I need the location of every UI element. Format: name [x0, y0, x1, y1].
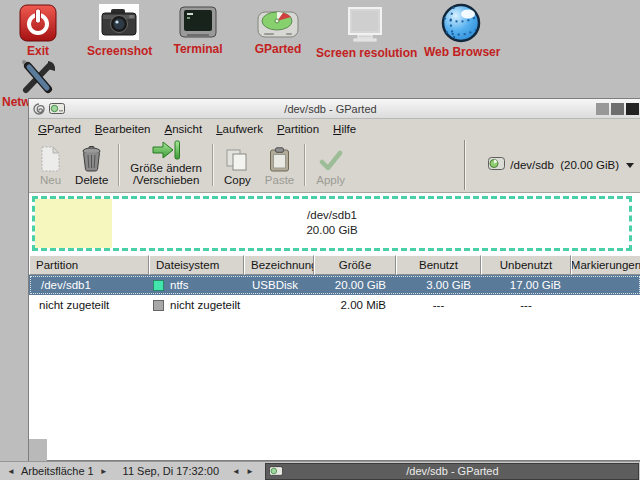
desktop-icon-screen-resolution[interactable]: Screen resolution: [316, 6, 414, 60]
task-button-gparted[interactable]: /dev/sdb - GParted: [265, 463, 639, 480]
app-drive-icon: [49, 102, 65, 115]
menu-gparted[interactable]: GParted: [31, 121, 88, 137]
column-header-groesse[interactable]: Größe: [314, 255, 396, 275]
desktop-icon-web-browser[interactable]: Web Browser: [424, 3, 498, 59]
desktop-icon-label: Terminal: [168, 42, 228, 56]
column-header-markierungen[interactable]: Markierungen: [571, 255, 640, 275]
column-header-partition[interactable]: Partition: [29, 255, 149, 275]
window-next-arrow[interactable]: ►: [243, 467, 257, 476]
resize-move-button[interactable]: Größe ändern /Verschieben: [123, 140, 209, 190]
new-partition-button[interactable]: Neu: [33, 140, 68, 190]
globe-icon: [424, 3, 498, 43]
toolbar-separator: [304, 144, 306, 186]
clipboard-icon: [269, 147, 290, 172]
apply-check-icon: [318, 150, 344, 172]
desktop-icon-screenshot[interactable]: Screenshot: [87, 4, 151, 58]
device-selector[interactable]: /dev/sdb (20.00 GiB): [466, 140, 640, 190]
device-selector-text: /dev/sdb (20.00 GiB): [510, 159, 619, 171]
menu-hilfe[interactable]: Hilfe: [326, 121, 363, 137]
window-menu-spiral-icon[interactable]: [32, 102, 46, 116]
menu-laufwerk[interactable]: Laufwerk: [209, 121, 270, 137]
monitor-icon: [316, 6, 414, 44]
titlebar[interactable]: /dev/sdb - GParted: [29, 99, 640, 119]
menu-partition[interactable]: Partition: [270, 121, 326, 137]
resize-arrow-icon: [151, 140, 181, 160]
desktop-icon-label: Screen resolution: [316, 46, 414, 60]
desktop-icon-label: GParted: [250, 42, 306, 56]
disk-visual-area: /dev/sdb1 20.00 GiB: [29, 193, 640, 255]
column-header-bezeichnung[interactable]: Bezeichnung: [244, 255, 314, 275]
task-button-label: /dev/sdb - GParted: [283, 465, 622, 477]
minimize-button[interactable]: [596, 103, 609, 115]
desktop-icon-network-tools[interactable]: [12, 58, 60, 96]
desktop-icon-terminal[interactable]: Terminal: [168, 6, 228, 56]
column-header-unbenutzt[interactable]: Unbenutzt: [481, 255, 571, 275]
window-title: /dev/sdb - GParted: [65, 103, 596, 115]
power-icon: [14, 4, 62, 42]
partition-visual-label: /dev/sdb1 20.00 GiB: [35, 208, 629, 239]
chevron-down-icon: [626, 163, 634, 168]
desktop-icon-gparted[interactable]: GParted: [250, 6, 306, 56]
table-row-sdb1[interactable]: /dev/sdb1 ntfs USBDisk 20.00 GiB 3.00 Gi…: [29, 275, 640, 295]
table-header-row: Partition Dateisystem Bezeichnung Größe …: [29, 255, 640, 275]
apply-button[interactable]: Apply: [309, 140, 352, 190]
drive-icon: [488, 156, 505, 175]
desktop-icon-label: Netw: [2, 95, 31, 109]
camera-icon: [87, 4, 151, 42]
desktop-icon-label: Web Browser: [424, 45, 498, 59]
partition-table: Partition Dateisystem Bezeichnung Größe …: [29, 255, 640, 315]
desktop-icon-exit[interactable]: Exit: [14, 4, 62, 58]
copy-button[interactable]: Copy: [217, 140, 258, 190]
copy-icon: [225, 148, 249, 172]
toolbar-separator: [118, 144, 120, 186]
paste-button[interactable]: Paste: [258, 140, 301, 190]
workspace-label: Arbeitsfläche 1: [21, 465, 94, 477]
window-content: /dev/sdb1 20.00 GiB Partition Dateisyste…: [29, 193, 640, 460]
app-drive-icon: [269, 465, 283, 477]
menubar: GParted Bearbeiten Ansicht Laufwerk Part…: [29, 119, 640, 138]
close-button[interactable]: [626, 103, 639, 115]
desktop-icon-label: Screenshot: [87, 44, 151, 58]
trash-icon: [80, 146, 103, 172]
gparted-window: /dev/sdb - GParted GParted Bearbeiten An…: [28, 98, 640, 461]
filesystem-color-chip: [153, 300, 164, 311]
resize-grip[interactable]: [29, 439, 47, 461]
new-document-icon: [40, 146, 61, 172]
column-header-benutzt[interactable]: Benutzt: [396, 255, 481, 275]
workspace-prev-arrow[interactable]: ◄: [4, 467, 18, 476]
menu-bearbeiten[interactable]: Bearbeiten: [88, 121, 158, 137]
terminal-icon: [168, 6, 228, 40]
delete-partition-button[interactable]: Delete: [68, 140, 115, 190]
clock: 11 Sep, Di 17:32:00: [123, 465, 219, 477]
tools-icon: [12, 58, 60, 96]
table-row-unallocated[interactable]: nicht zugeteilt nicht zugeteilt 2.00 MiB…: [29, 295, 640, 315]
workspace-next-arrow[interactable]: ►: [97, 467, 111, 476]
desktop-icon-label: Exit: [14, 44, 62, 58]
menu-ansicht[interactable]: Ansicht: [157, 121, 209, 137]
taskbar: ◄ Arbeitsfläche 1 ► 11 Sep, Di 17:32:00 …: [0, 461, 640, 480]
window-prev-arrow[interactable]: ◄: [229, 467, 243, 476]
toolbar-separator: [212, 144, 214, 186]
column-header-dateisystem[interactable]: Dateisystem: [149, 255, 244, 275]
gparted-drive-icon: [250, 6, 306, 40]
toolbar: Neu Delete: [29, 138, 640, 193]
maximize-button[interactable]: [611, 103, 624, 115]
filesystem-color-chip: [153, 280, 164, 291]
partition-visual-sdb1[interactable]: /dev/sdb1 20.00 GiB: [32, 196, 632, 251]
